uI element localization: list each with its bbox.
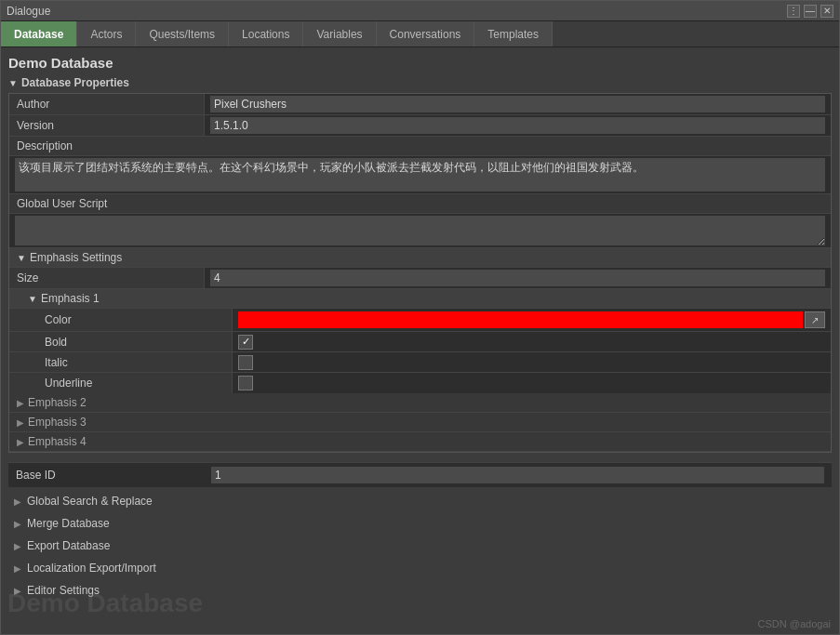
export-database-label: Export Database xyxy=(27,539,110,552)
close-button[interactable]: ✕ xyxy=(820,5,833,18)
editor-settings-arrow: ▶ xyxy=(14,586,21,596)
base-id-value xyxy=(211,467,824,483)
description-row: Description 该项目展示了团结对话系统的主要特点。在这个科幻场景中，玩… xyxy=(9,137,831,194)
page-title: Demo Database xyxy=(8,55,832,71)
emphasis3-arrow: ▶ xyxy=(17,417,24,428)
color-bar[interactable] xyxy=(238,311,803,328)
bold-row: Bold xyxy=(9,332,831,352)
content-area: Demo Database ▼ Database Properties Auth… xyxy=(1,47,839,634)
version-row: Version xyxy=(9,115,831,137)
section-label: Database Properties xyxy=(21,76,129,89)
merge-database-item[interactable]: ▶ Merge Database xyxy=(8,513,832,534)
color-swatch: ↗ xyxy=(238,311,825,329)
author-input[interactable] xyxy=(210,96,825,112)
italic-checkbox[interactable] xyxy=(238,355,253,370)
global-user-script-input[interactable] xyxy=(15,216,825,245)
export-database-arrow: ▶ xyxy=(14,541,21,551)
color-label: Color xyxy=(37,309,233,331)
tab-variables[interactable]: Variables xyxy=(303,21,376,46)
tab-bar: Database Actors Quests/Items Locations V… xyxy=(1,21,839,47)
emphasis-settings-label: Emphasis Settings xyxy=(30,251,122,264)
size-input[interactable] xyxy=(210,270,825,286)
localization-export-import-item[interactable]: ▶ Localization Export/Import xyxy=(8,558,832,578)
credit: CSDN @adogai xyxy=(758,618,831,629)
emphasis4-arrow: ▶ xyxy=(17,437,24,447)
emphasis1-section: ▼ Emphasis 1 Color ↗ xyxy=(9,289,831,393)
emphasis2-label: Emphasis 2 xyxy=(28,396,87,409)
global-search-arrow: ▶ xyxy=(14,496,21,507)
base-id-label: Base ID xyxy=(16,469,211,482)
tab-locations[interactable]: Locations xyxy=(229,21,303,46)
author-label: Author xyxy=(9,94,205,114)
emphasis4-label: Emphasis 4 xyxy=(28,435,87,448)
emphasis1-header[interactable]: ▼ Emphasis 1 xyxy=(9,289,831,309)
main-window: Dialogue ⋮ — ✕ Database Actors Quests/It… xyxy=(0,0,840,635)
size-value xyxy=(205,268,831,288)
base-id-row: Base ID xyxy=(8,462,832,487)
emphasis-settings-section: ▼ Emphasis Settings Size ▼ Emphasis 1 xyxy=(9,248,831,452)
bold-value xyxy=(233,332,831,351)
underline-checkbox[interactable] xyxy=(238,376,253,390)
minimize-button[interactable]: — xyxy=(804,5,817,18)
section-collapse-arrow: ▼ xyxy=(8,78,18,88)
emphasis-settings-arrow: ▼ xyxy=(17,253,26,263)
version-value xyxy=(205,115,831,136)
properties-table: Author Version Description 该项目展示了团结对话系统的… xyxy=(8,93,832,453)
color-row: Color ↗ xyxy=(9,309,831,332)
emphasis3-label: Emphasis 3 xyxy=(28,416,87,429)
database-properties-header[interactable]: ▼ Database Properties xyxy=(8,76,832,89)
title-bar-controls: ⋮ — ✕ xyxy=(787,5,833,18)
author-value xyxy=(205,94,831,114)
emphasis4-header[interactable]: ▶ Emphasis 4 xyxy=(9,432,831,452)
size-label: Size xyxy=(9,268,205,288)
underline-row: Underline xyxy=(9,373,831,393)
italic-row: Italic xyxy=(9,352,831,373)
color-picker-button[interactable]: ↗ xyxy=(805,311,825,328)
emphasis3-header[interactable]: ▶ Emphasis 3 xyxy=(9,413,831,432)
description-input[interactable]: 该项目展示了团结对话系统的主要特点。在这个科幻场景中，玩家的小队被派去拦截发射代… xyxy=(15,158,825,192)
emphasis1-arrow: ▼ xyxy=(28,294,37,304)
description-label: Description xyxy=(9,137,831,156)
emphasis2-arrow: ▶ xyxy=(17,398,24,408)
emphasis2-header[interactable]: ▶ Emphasis 2 xyxy=(9,393,831,413)
merge-database-label: Merge Database xyxy=(27,517,110,530)
version-input[interactable] xyxy=(210,117,825,134)
editor-settings-item[interactable]: ▶ Editor Settings xyxy=(8,580,832,601)
tab-database[interactable]: Database xyxy=(1,21,77,46)
bold-label: Bold xyxy=(37,332,233,351)
localization-label: Localization Export/Import xyxy=(27,562,156,575)
emphasis-settings-header[interactable]: ▼ Emphasis Settings xyxy=(9,248,831,268)
global-user-script-row: Global User Script xyxy=(9,194,831,248)
tab-templates[interactable]: Templates xyxy=(474,21,553,46)
global-search-replace-item[interactable]: ▶ Global Search & Replace xyxy=(8,491,832,511)
tab-actors[interactable]: Actors xyxy=(77,21,136,46)
italic-label: Italic xyxy=(37,352,233,372)
bold-checkbox[interactable] xyxy=(238,335,253,350)
merge-database-arrow: ▶ xyxy=(14,519,21,529)
color-value: ↗ xyxy=(233,309,831,331)
size-row: Size xyxy=(9,268,831,289)
global-user-script-value xyxy=(9,214,831,247)
window-title: Dialogue xyxy=(7,5,50,18)
global-user-script-label: Global User Script xyxy=(9,194,831,214)
export-database-item[interactable]: ▶ Export Database xyxy=(8,536,832,556)
global-search-label: Global Search & Replace xyxy=(27,495,153,508)
emphasis1-label: Emphasis 1 xyxy=(41,292,100,305)
tab-quests-items[interactable]: Quests/Items xyxy=(136,21,229,46)
bottom-section: ▶ Global Search & Replace ▶ Merge Databa… xyxy=(8,491,832,601)
base-id-input[interactable] xyxy=(211,467,824,483)
more-options-button[interactable]: ⋮ xyxy=(787,5,800,18)
title-bar-left: Dialogue xyxy=(7,5,50,18)
title-bar: Dialogue ⋮ — ✕ xyxy=(1,1,839,21)
editor-settings-label: Editor Settings xyxy=(27,584,100,597)
underline-label: Underline xyxy=(37,373,233,393)
underline-value xyxy=(233,373,831,393)
italic-value xyxy=(233,352,831,372)
localization-arrow: ▶ xyxy=(14,563,21,574)
version-label: Version xyxy=(9,115,205,136)
tab-conversations[interactable]: Conversations xyxy=(377,21,475,46)
author-row: Author xyxy=(9,94,831,115)
description-value: 该项目展示了团结对话系统的主要特点。在这个科幻场景中，玩家的小队被派去拦截发射代… xyxy=(9,156,831,193)
